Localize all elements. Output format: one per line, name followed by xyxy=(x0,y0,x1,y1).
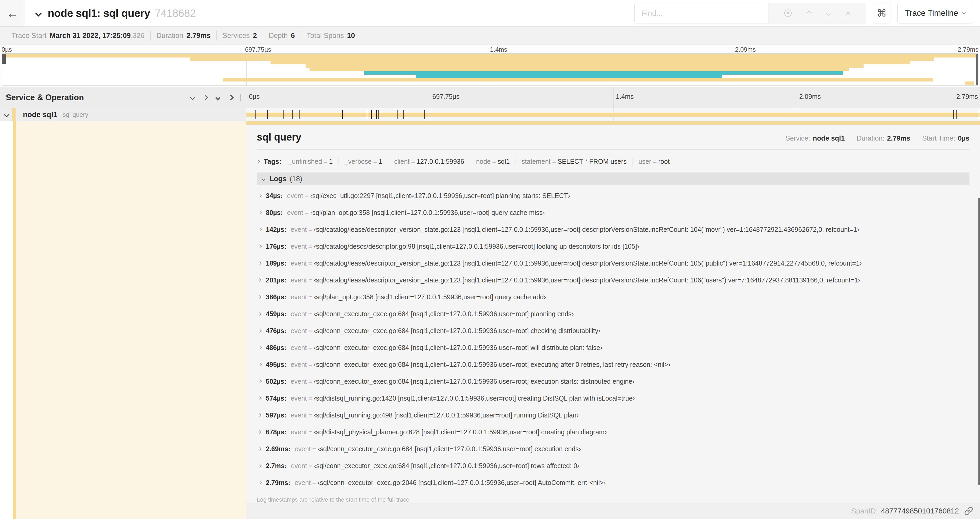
prev-result-icon[interactable] xyxy=(807,11,812,16)
equals-sign: = xyxy=(309,428,312,436)
page-title: node sql1: sql query xyxy=(48,7,150,19)
clear-search-icon[interactable]: × xyxy=(846,9,850,18)
log-marker[interactable] xyxy=(293,110,293,119)
scrollbar-thumb[interactable] xyxy=(978,198,980,485)
log-marker[interactable] xyxy=(403,110,404,119)
log-field-value: ‹sql/distsql_physical_planner.go:828 [ns… xyxy=(314,428,607,436)
stat-label: Services xyxy=(222,32,250,40)
minimap-canvas[interactable] xyxy=(2,54,978,85)
log-row[interactable]: 366µs:event=‹sql/plan_opt.go:358 [nsql1,… xyxy=(257,289,969,305)
log-field-value: ‹sql/conn_executor_exec.go:684 [nsql1,cl… xyxy=(314,310,574,318)
minimap-left-scrubber[interactable] xyxy=(2,54,6,64)
log-row[interactable]: 486µs:event=‹sql/conn_executor_exec.go:6… xyxy=(257,339,969,356)
log-row[interactable]: 34µs:event=‹sql/exec_util.go:2297 [nsql1… xyxy=(257,187,969,204)
log-row[interactable]: 597µs:event=‹sql/distsql_running.go:498 … xyxy=(257,407,969,423)
timeline-header-row: Service & Operation 0µs697.75µs1.4ms2.09… xyxy=(0,87,980,108)
tag[interactable]: user=root xyxy=(639,158,670,165)
log-marker[interactable] xyxy=(296,110,296,119)
collapse-all-icon[interactable] xyxy=(216,95,220,100)
log-marker[interactable] xyxy=(953,110,954,119)
minimap-row xyxy=(2,71,978,75)
log-timestamp: 2.69ms: xyxy=(266,445,290,453)
log-row[interactable]: 574µs:event=‹sql/distsql_running.go:1420… xyxy=(257,390,969,407)
back-button[interactable]: ← xyxy=(0,0,25,26)
span-bar-row[interactable] xyxy=(246,108,980,121)
log-row[interactable]: 189µs:event=‹sql/catalog/lease/descripto… xyxy=(257,255,969,271)
expand-all-icon[interactable] xyxy=(229,96,234,99)
log-marker[interactable] xyxy=(267,110,268,119)
tag[interactable]: _unfinished=1 xyxy=(288,158,332,165)
log-row[interactable]: 476µs:event=‹sql/conn_executor_exec.go:6… xyxy=(257,322,969,339)
log-field-key: event xyxy=(294,445,310,453)
log-marker[interactable] xyxy=(376,110,377,119)
log-row[interactable]: 2.79ms:event=‹sql/conn_executor_exec.go:… xyxy=(257,474,969,491)
minimap-tick-row: 0µs697.75µs1.4ms2.09ms2.79ms xyxy=(0,45,980,53)
chevron-right-icon xyxy=(258,464,262,468)
spanid-label: SpanID: xyxy=(851,507,878,515)
log-row[interactable]: 80µs:event=‹sql/plan_opt.go:358 [nsql1,c… xyxy=(257,204,969,221)
log-row[interactable]: 502µs:event=‹sql/conn_executor_exec.go:6… xyxy=(257,373,969,390)
span-expander-icon[interactable] xyxy=(4,112,9,117)
span-tree-item[interactable]: node sql1 sql query xyxy=(0,108,246,121)
log-marker[interactable] xyxy=(283,110,284,119)
log-row[interactable]: 678µs:event=‹sql/distsql_physical_planne… xyxy=(257,423,969,441)
minimap-span-bar xyxy=(2,54,978,57)
tags-row[interactable]: Tags: _unfinished=1_verbose=1client=127.… xyxy=(257,157,969,166)
log-timestamp: 574µs: xyxy=(266,394,286,402)
chevron-right-icon xyxy=(258,211,262,214)
keyboard-shortcuts-button[interactable]: ⌘ xyxy=(873,3,891,24)
tag-separator xyxy=(515,158,516,166)
view-dropdown-button[interactable]: Trace Timeline xyxy=(897,3,973,24)
collapse-trace-chevron-icon[interactable] xyxy=(35,10,41,16)
minimap-tick-label: 2.09ms xyxy=(735,46,756,53)
log-row[interactable]: 495µs:event=‹sql/conn_executor_exec.go:6… xyxy=(257,356,969,373)
logs-header[interactable]: Logs (18) xyxy=(257,172,969,185)
tag[interactable]: _verbose=1 xyxy=(345,158,382,165)
log-marker[interactable] xyxy=(378,110,379,119)
log-marker[interactable] xyxy=(956,110,956,119)
log-row[interactable]: 176µs:event=‹sql/catalog/descs/descripto… xyxy=(257,238,969,255)
log-marker[interactable] xyxy=(371,110,372,119)
expand-one-icon[interactable] xyxy=(203,95,208,100)
timeline-tick-label: 0µs xyxy=(249,93,260,101)
tag[interactable]: node=sql1 xyxy=(476,158,510,165)
minimap-right-scrubber[interactable] xyxy=(976,54,978,85)
find-input[interactable] xyxy=(635,3,768,23)
log-row[interactable]: 142µs:event=‹sql/catalog/lease/descripto… xyxy=(257,221,969,238)
log-timestamp: 366µs: xyxy=(266,293,286,301)
log-row[interactable]: 2.69ms:event=‹sql/conn_executor_exec.go:… xyxy=(257,441,969,457)
log-marker[interactable] xyxy=(255,110,256,119)
logs-label: Logs xyxy=(269,175,286,183)
log-field-key: event xyxy=(291,394,307,402)
log-marker[interactable] xyxy=(397,110,398,119)
log-marker[interactable] xyxy=(425,110,425,119)
minimap-span-bar xyxy=(190,57,934,61)
trace-title-wrap: node sql1: sql query 7418682 xyxy=(36,7,196,19)
log-marker[interactable] xyxy=(374,110,374,119)
log-marker[interactable] xyxy=(299,110,299,119)
log-field-value: ‹sql/plan_opt.go:358 [nsql1,client=127.0… xyxy=(314,293,546,301)
locate-icon[interactable] xyxy=(784,10,792,17)
tag[interactable]: client=127.0.0.1:59936 xyxy=(394,158,464,165)
log-marker[interactable] xyxy=(979,110,979,119)
log-marker[interactable] xyxy=(367,110,367,119)
minimap-span-bar xyxy=(965,81,974,85)
tag-value: 1 xyxy=(329,158,333,165)
deep-link-icon[interactable] xyxy=(964,506,973,516)
minimap-tick-label: 2.79ms xyxy=(958,46,978,53)
log-row[interactable]: 2.7ms:event=‹sql/conn_executor_exec.go:6… xyxy=(257,457,969,474)
log-field-key: event xyxy=(291,226,307,233)
collapse-one-icon[interactable] xyxy=(190,95,195,100)
log-field-value: ‹sql/catalog/lease/descriptor_version_st… xyxy=(314,226,859,233)
tag[interactable]: statement=SELECT * FROM users xyxy=(522,158,627,165)
equals-sign: = xyxy=(309,344,312,351)
log-field-value: ‹sql/conn_executor_exec.go:684 [nsql1,cl… xyxy=(314,378,634,385)
column-resize-handle[interactable] xyxy=(240,94,242,101)
trace-detail-body: sql query Service: node sql1 Duration: 2… xyxy=(0,121,980,519)
log-marker[interactable] xyxy=(342,110,343,119)
next-result-icon[interactable] xyxy=(826,11,831,16)
equals-sign: = xyxy=(653,158,657,165)
log-row[interactable]: 201µs:event=‹sql/catalog/lease/descripto… xyxy=(257,271,969,289)
log-row[interactable]: 459µs:event=‹sql/conn_executor_exec.go:6… xyxy=(257,305,969,322)
timeline-gridline xyxy=(613,108,614,121)
